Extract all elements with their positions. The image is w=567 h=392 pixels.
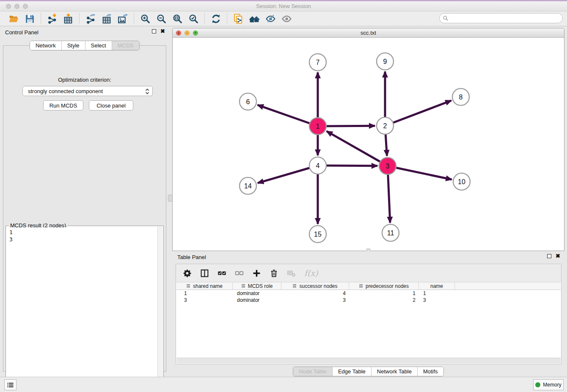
- import-table-icon: [63, 14, 74, 24]
- clone-network-button[interactable]: [231, 12, 245, 25]
- cell-mcds-role[interactable]: dominator: [233, 297, 281, 304]
- column-header-mcds-role[interactable]: MCDS role: [233, 282, 281, 290]
- close-table-panel-icon[interactable]: ✖: [556, 254, 560, 258]
- column-header-label: MCDS role: [248, 283, 273, 289]
- tab-network[interactable]: Network: [30, 41, 61, 50]
- select-all-checkboxes-button[interactable]: [217, 269, 226, 278]
- graph-edge-2-8[interactable]: [385, 101, 451, 126]
- float-panel-icon[interactable]: [152, 29, 156, 33]
- column-header-shared-name[interactable]: shared name: [176, 282, 233, 290]
- import-network-button[interactable]: [45, 12, 59, 25]
- graph-node-11[interactable]: 11: [382, 224, 399, 241]
- network-window-titlebar[interactable]: x − + scc.txt: [173, 28, 564, 38]
- column-header-label: successor nodes: [299, 283, 337, 289]
- cell-successor-nodes[interactable]: 3: [281, 297, 349, 304]
- graph-edge-4-14[interactable]: [258, 166, 318, 183]
- zoom-in-button[interactable]: [138, 12, 152, 25]
- zoom-out-button[interactable]: [154, 12, 168, 25]
- svg-text:10: 10: [458, 178, 465, 185]
- mcds-result-text[interactable]: 13: [8, 227, 157, 384]
- tab-mcds[interactable]: MCDS: [112, 41, 139, 50]
- zoom-selected-button[interactable]: [187, 12, 200, 25]
- delete-table-icon: [287, 269, 296, 278]
- tab-edge-table[interactable]: Edge Table: [332, 367, 371, 376]
- show-all-button[interactable]: [280, 12, 293, 25]
- zoom-out-icon: [156, 14, 167, 24]
- cell-name[interactable]: 3: [419, 297, 455, 304]
- graph-node-15[interactable]: 15: [309, 226, 326, 243]
- graph-node-2[interactable]: 2: [377, 117, 394, 134]
- cell-predecessor-nodes[interactable]: 2: [349, 297, 419, 304]
- export-image-button[interactable]: [116, 12, 129, 25]
- export-table-button[interactable]: [100, 12, 113, 25]
- close-panel-button[interactable]: Close panel: [89, 100, 133, 110]
- search-box: [439, 13, 563, 23]
- tab-node-table[interactable]: Node Table: [293, 367, 332, 376]
- network-canvas[interactable]: 7968124314101511: [173, 38, 564, 251]
- task-history-button[interactable]: [4, 379, 17, 390]
- table-header-row: shared nameMCDS rolesuccessor nodesprede…: [176, 282, 561, 290]
- graph-node-3[interactable]: 3: [379, 157, 396, 174]
- graph-node-6[interactable]: 6: [239, 93, 256, 110]
- result-scrollbar[interactable]: [157, 226, 163, 385]
- first-neighbors-button[interactable]: [248, 12, 261, 25]
- search-input[interactable]: [439, 13, 563, 23]
- table-row[interactable]: 1dominator411: [176, 290, 561, 297]
- table-mode-gear-button[interactable]: [183, 269, 192, 278]
- graph-node-7[interactable]: 7: [309, 54, 326, 71]
- cell-predecessor-nodes[interactable]: 1: [349, 290, 419, 297]
- graph-edge-3-10[interactable]: [388, 166, 452, 179]
- tab-select[interactable]: Select: [85, 41, 112, 50]
- column-header-predecessor-nodes[interactable]: predecessor nodes: [349, 282, 419, 290]
- save-session-button[interactable]: [23, 12, 36, 25]
- graph-node-1[interactable]: 1: [309, 118, 326, 135]
- graph-edge-1-6[interactable]: [258, 105, 318, 126]
- graph-node-10[interactable]: 10: [453, 173, 470, 190]
- refresh-button[interactable]: [209, 12, 223, 25]
- vertical-splitter[interactable]: [169, 26, 172, 377]
- tab-motifs[interactable]: Motifs: [417, 367, 443, 376]
- control-panel: Control Panel ✖ NetworkStyleSelectMCDS O…: [0, 26, 169, 377]
- zoom-fit-button[interactable]: [171, 12, 184, 25]
- float-table-panel-icon[interactable]: [547, 254, 551, 258]
- dropdown-stepper-icon: [145, 88, 149, 96]
- table-panel: Table Panel ✖ f(x) shared nameMCDS roles…: [172, 251, 564, 377]
- cell-mcds-role[interactable]: dominator: [233, 290, 281, 297]
- table-horizontal-scrollbar[interactable]: [176, 358, 561, 364]
- graph-node-14[interactable]: 14: [239, 177, 256, 194]
- deselect-all-checkboxes-button[interactable]: [235, 269, 244, 278]
- graph-edge-3-1[interactable]: [327, 131, 388, 166]
- add-column-button[interactable]: [252, 269, 261, 278]
- cell-name[interactable]: 1: [419, 290, 455, 297]
- result-line: 3: [9, 236, 157, 243]
- svg-text:9: 9: [383, 58, 387, 65]
- column-header-successor-nodes[interactable]: successor nodes: [281, 282, 349, 290]
- import-table-button[interactable]: [61, 12, 75, 25]
- column-header-name[interactable]: name: [419, 282, 455, 290]
- hide-selected-button[interactable]: [264, 12, 277, 25]
- table-mode-gear-icon: [183, 269, 192, 278]
- window-title: Session: New Session: [0, 3, 567, 9]
- delete-table-button: [287, 269, 296, 278]
- cell-successor-nodes[interactable]: 4: [281, 290, 349, 297]
- delete-column-button[interactable]: [270, 269, 278, 278]
- open-session-button[interactable]: [7, 12, 20, 25]
- close-panel-icon[interactable]: ✖: [160, 29, 165, 33]
- graph-node-4[interactable]: 4: [309, 157, 326, 174]
- column-attr-icon: [359, 284, 363, 288]
- cell-shared-name[interactable]: 3: [176, 297, 233, 304]
- tab-network-table[interactable]: Network Table: [371, 367, 417, 376]
- memory-button[interactable]: Memory: [533, 379, 564, 390]
- table-row[interactable]: 3dominator323: [176, 297, 561, 304]
- toggle-columns-button[interactable]: [200, 269, 209, 278]
- cell-shared-name[interactable]: 1: [176, 290, 233, 297]
- graph-node-9[interactable]: 9: [377, 53, 394, 70]
- graph-node-8[interactable]: 8: [452, 88, 469, 105]
- tab-style[interactable]: Style: [61, 41, 85, 50]
- optimization-criterion-dropdown[interactable]: strongly connected component: [22, 86, 153, 96]
- optimization-criterion-label: Optimization criterion:: [3, 77, 166, 83]
- export-network-button[interactable]: [84, 12, 97, 25]
- column-header-label: shared name: [193, 283, 223, 289]
- svg-text:8: 8: [459, 94, 463, 101]
- run-mcds-button[interactable]: Run MCDS: [43, 100, 83, 110]
